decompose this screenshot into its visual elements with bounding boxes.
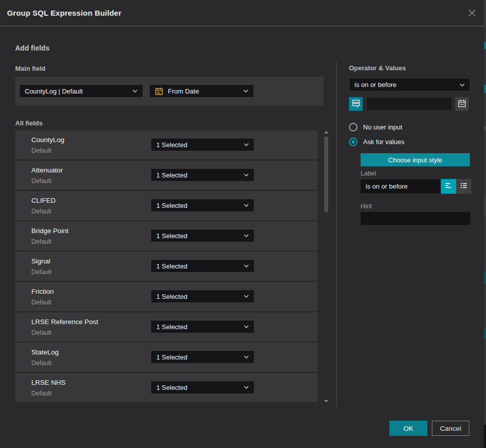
field-selection-value: 1 Selected [156,353,240,361]
radio-on-icon [349,138,358,146]
chevron-down-icon [460,83,465,86]
field-selection-select[interactable]: 1 Selected [151,229,254,242]
chevron-down-icon [244,386,249,389]
input-type-switch-button[interactable] [349,97,363,111]
field-name: Bridge Point [31,227,69,235]
field-type: Default [31,299,52,306]
field-selection-select[interactable]: 1 Selected [151,138,254,151]
close-icon [467,8,477,19]
field-selection-value: 1 Selected [156,262,240,270]
operator-value: is on or before [355,81,456,88]
field-type: Default [31,329,52,336]
list-style-icon [460,182,468,191]
scrollbar-down-arrow[interactable] [324,400,328,402]
field-selection-select[interactable]: 1 Selected [151,381,254,394]
operator-values-heading: Operator & Values [349,64,406,72]
chevron-down-icon [244,204,249,207]
field-type: Default [31,147,52,154]
input-type-switch-icon [352,99,360,109]
chevron-down-icon [244,295,249,298]
chevron-down-icon [132,89,138,93]
field-selection-value: 1 Selected [156,323,240,331]
main-field-source-value: CountyLog | Default [25,87,128,95]
single-line-style-icon [445,182,453,191]
field-name: LRSE Reference Post [31,318,98,326]
close-button[interactable] [466,8,478,20]
field-selection-select[interactable]: 1 Selected [151,259,254,273]
cancel-button[interactable]: Cancel [432,421,469,436]
chevron-down-icon [244,325,249,328]
radio-ask-for-values-label: Ask for values [363,138,405,146]
chevron-down-icon [244,173,249,176]
field-selection-select[interactable]: 1 Selected [151,199,254,212]
hint-input[interactable] [361,212,470,225]
field-selection-value: 1 Selected [156,384,240,391]
dialog-title: Group SQL Expression Builder [0,9,121,17]
value-date-input[interactable] [366,97,452,111]
field-row: Attenuator Default 1 Selected [15,161,318,190]
field-name: CLIFED [31,197,56,204]
field-name: Attenuator [31,166,63,174]
field-type: Default [31,177,52,185]
background-app-edge [484,0,486,448]
main-field-heading: Main field [15,65,46,72]
field-selection-value: 1 Selected [156,202,240,209]
field-name: Signal [31,257,51,265]
field-row: StateLog Default 1 Selected [15,343,318,372]
main-field-source-select[interactable]: CountyLog | Default [19,84,143,98]
field-type: Default [31,208,52,215]
field-selection-select[interactable]: 1 Selected [151,350,254,364]
field-type: Default [31,238,52,245]
main-field-field-select[interactable]: From Date [149,84,254,98]
main-field-field-value: From Date [168,87,239,95]
group-sql-expression-builder-dialog: Group SQL Expression Builder Add fields … [0,0,486,448]
field-row: LRSE NHS Default 1 Selected [15,373,318,402]
field-selection-value: 1 Selected [156,232,240,240]
radio-ask-for-values[interactable]: Ask for values [349,138,405,146]
choose-input-style-button[interactable]: Choose input style [361,153,470,166]
field-selection-value: 1 Selected [156,141,240,149]
dialog-header: Group SQL Expression Builder [0,0,484,26]
field-row: Friction Default 1 Selected [15,282,318,311]
scrollbar-up-arrow[interactable] [324,131,328,133]
field-name: Friction [31,288,54,295]
field-selection-select[interactable]: 1 Selected [151,290,254,303]
field-selection-select[interactable]: 1 Selected [151,168,254,182]
all-fields-heading: All fields [15,119,42,127]
ok-button[interactable]: OK [389,421,427,436]
chevron-down-icon [243,89,248,93]
chevron-down-icon [244,143,249,146]
label-input[interactable] [361,180,440,193]
radio-off-icon [349,123,358,131]
label-caption: Label [361,170,376,177]
field-selection-value: 1 Selected [156,293,240,300]
operator-select[interactable]: is on or before [349,78,470,92]
all-fields-list: CountyLog Default 1 Selected Attenuator … [15,130,318,404]
field-name: CountyLog [31,136,64,144]
main-field-box: CountyLog | Default From Date [15,77,324,106]
field-name: StateLog [31,348,59,356]
hint-caption: Hint [361,203,372,210]
field-row: Signal Default 1 Selected [15,252,318,281]
field-row: Bridge Point Default 1 Selected [15,221,318,250]
field-type: Default [31,268,52,276]
panel-divider [336,62,337,407]
date-picker-button[interactable] [455,97,469,111]
chevron-down-icon [244,234,249,237]
field-row: CountyLog Default 1 Selected [15,130,318,159]
single-line-style-button[interactable] [441,179,456,194]
chevron-down-icon [244,264,249,267]
date-picker-icon [458,99,466,109]
field-row: LRSE Reference Post Default 1 Selected [15,312,318,341]
field-row: CLIFED Default 1 Selected [15,191,318,220]
add-fields-heading: Add fields [15,44,50,52]
date-field-icon [155,87,163,96]
field-selection-select[interactable]: 1 Selected [151,320,254,333]
field-selection-value: 1 Selected [156,171,240,179]
scrollbar-thumb[interactable] [324,137,328,212]
radio-no-user-input[interactable]: No user input [349,123,402,131]
field-type: Default [31,390,52,397]
chevron-down-icon [244,355,249,359]
list-style-button[interactable] [456,179,471,194]
field-name: LRSE NHS [31,379,66,386]
